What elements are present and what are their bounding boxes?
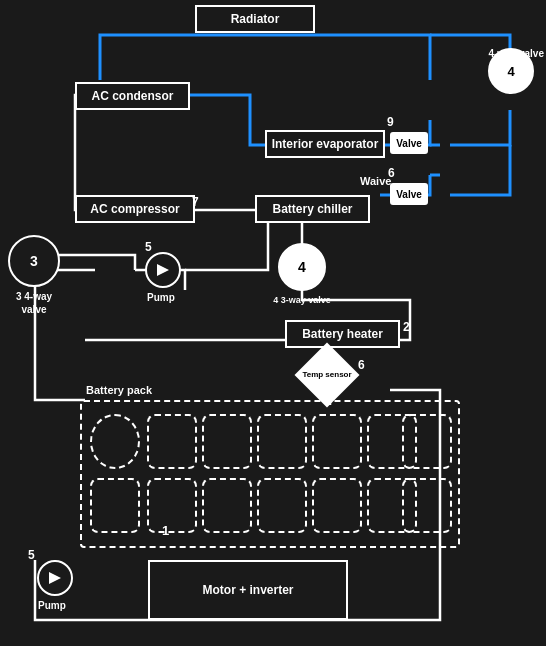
pump-bottom <box>37 560 73 596</box>
battery-cell-12 <box>312 478 362 533</box>
battery-pack-label: Battery pack <box>86 384 152 396</box>
num-5b: 5 <box>28 548 35 562</box>
temp-sensor-diamond: Temp sensor <box>294 342 359 407</box>
battery-cell-5 <box>312 414 362 469</box>
num-6-temp: 6 <box>358 358 365 372</box>
pump-bottom-icon <box>43 566 67 590</box>
svg-marker-0 <box>157 264 169 276</box>
battery-cell-4 <box>257 414 307 469</box>
num-9: 9 <box>387 115 394 129</box>
valve-number: 4 <box>507 64 514 79</box>
battery-cell-9 <box>147 478 197 533</box>
ac-condenser-box: AC condensor <box>75 82 190 110</box>
num-2: 2 <box>403 320 410 334</box>
svg-marker-1 <box>49 572 61 584</box>
battery-cell-2 <box>147 414 197 469</box>
battery-cell-3 <box>202 414 252 469</box>
temp-sensor-label: Temp sensor <box>302 370 351 380</box>
valve-button-bottom[interactable]: Valve <box>390 183 428 205</box>
battery-pack-box: Battery pack 1 <box>80 400 460 548</box>
battery-cell-11 <box>257 478 307 533</box>
valve-button-top[interactable]: Valve <box>390 132 428 154</box>
radiator-box: Radiator <box>195 5 315 33</box>
pump-bottom-label: Pump <box>38 600 66 611</box>
battery-cell-8 <box>90 478 140 533</box>
num-7: 7 <box>192 195 199 209</box>
three-way-valve-mid-label: 4 3-way valve <box>270 295 334 307</box>
three-way-mid-num: 4 <box>298 260 306 274</box>
battery-chiller-box: Battery chiller <box>255 195 370 223</box>
battery-cell-1 <box>90 414 140 469</box>
motor-inverter-box: Motor + inverter <box>148 560 348 620</box>
three-way-valve-mid: 4 <box>278 243 326 291</box>
four-way-valve-left-label: 3 4-way valve <box>4 290 64 316</box>
waive-label: Waive <box>360 175 391 187</box>
pump-icon <box>151 258 175 282</box>
pump-left <box>145 252 181 288</box>
interior-evaporator-box: Interior evaporator <box>265 130 385 158</box>
diagram: Radiator 4 4-way valve AC condensor Inte… <box>0 0 546 646</box>
num-5-pump: 5 <box>145 240 152 254</box>
battery-cell-7 <box>402 414 452 469</box>
battery-cell-14 <box>402 478 452 533</box>
four-way-valve-label: 4-way valve <box>488 48 544 59</box>
pump-left-label: Pump <box>147 292 175 303</box>
battery-heater-box: Battery heater <box>285 320 400 348</box>
ac-compressor-box: AC compressor <box>75 195 195 223</box>
four-way-valve-left: 3 <box>8 235 60 287</box>
battery-cell-10 <box>202 478 252 533</box>
